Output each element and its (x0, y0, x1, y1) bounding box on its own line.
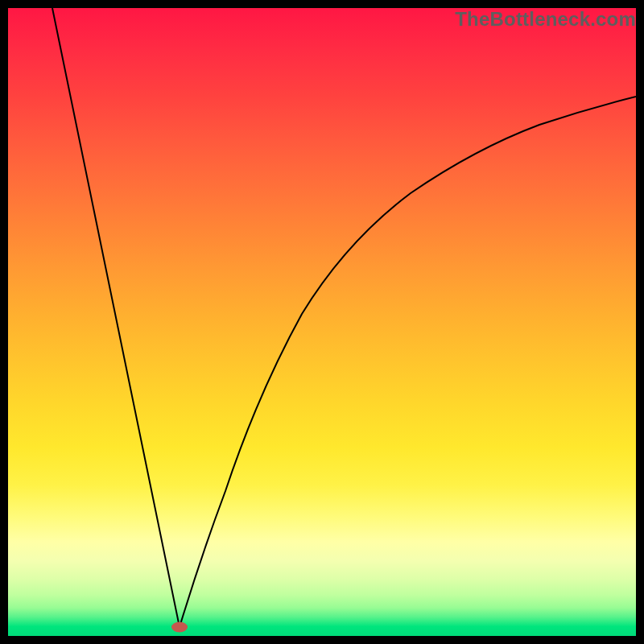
attribution-text: TheBottleneck.com (455, 8, 636, 31)
plot-frame: TheBottleneck.com (8, 8, 636, 636)
bottleneck-curve (52, 8, 636, 627)
minimum-marker (171, 622, 188, 633)
curve-svg (8, 8, 636, 636)
